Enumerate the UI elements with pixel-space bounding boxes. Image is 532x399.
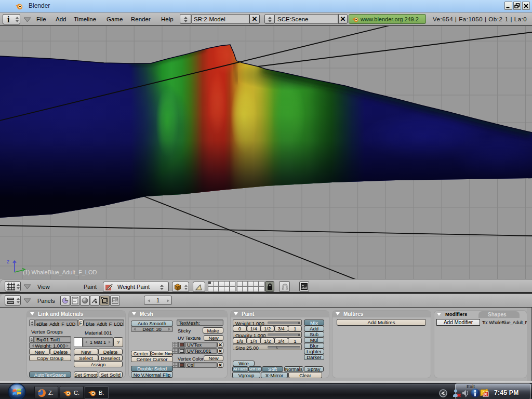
- svg-text:(1) WhaleBlue_Adult_F_LOD: (1) WhaleBlue_Adult_F_LOD: [23, 269, 97, 275]
- svg-text:z: z: [7, 259, 9, 264]
